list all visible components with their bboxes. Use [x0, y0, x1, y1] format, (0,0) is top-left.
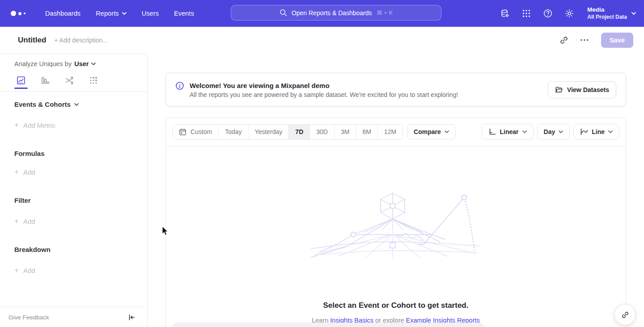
query-builder-sidebar: Analyze Uniques by User [0, 54, 148, 327]
add-formula-label: Add [23, 168, 35, 176]
formulas-title: Formulas [14, 150, 45, 157]
range-7d[interactable]: 7D [289, 125, 310, 139]
add-description-field[interactable]: + Add description... [54, 37, 107, 44]
view-datasets-button[interactable]: View Datasets [548, 81, 616, 98]
events-cohorts-section-header[interactable]: Events & Cohorts [14, 101, 147, 108]
welcome-banner: Welcome! You are viewing a Mixpanel demo… [165, 73, 626, 106]
add-metric-label: Add Metric [23, 122, 55, 129]
events-cohorts-title: Events & Cohorts [14, 101, 71, 108]
add-filter-button[interactable]: + Add [14, 217, 147, 226]
range-12m[interactable]: 12M [378, 125, 402, 139]
nav-dashboards-label: Dashboards [45, 10, 80, 17]
chevron-down-icon [608, 130, 613, 133]
nav-reports[interactable]: Reports [96, 10, 126, 17]
analyze-label: Analyze Uniques by [14, 60, 72, 67]
mixpanel-logo-icon[interactable] [11, 11, 25, 16]
sidebar-footer: Give Feedback [0, 307, 147, 327]
top-nav: Dashboards Reports Users Events Open Rep… [0, 0, 644, 27]
tab-bar-chart[interactable] [38, 75, 52, 89]
chart-type-dropdown[interactable]: Line [573, 124, 619, 140]
filter-section-header: Filter [14, 197, 147, 204]
range-3m[interactable]: 3M [335, 125, 356, 139]
plus-icon: + [14, 121, 19, 130]
granularity-dropdown[interactable]: Day [537, 124, 570, 140]
scale-dropdown[interactable]: Linear [482, 124, 534, 140]
add-breakdown-label: Add [23, 267, 35, 274]
analyze-row: Analyze Uniques by User [0, 54, 147, 73]
chevron-down-icon [631, 12, 636, 15]
empty-state: Select an Event or Cohort to get started… [166, 145, 626, 327]
save-button[interactable]: Save [601, 33, 633, 48]
date-range-segmented-control: Custom Today Yesterday 7D 30D 3M 6M 12M [172, 124, 403, 140]
compare-label: Compare [414, 128, 441, 135]
tab-retention-grid[interactable] [87, 75, 100, 89]
analyze-by-dropdown[interactable]: User [74, 60, 96, 67]
project-scope: All Project Data [587, 14, 627, 21]
add-formula-button[interactable]: + Add [14, 168, 147, 176]
global-search-input[interactable]: Open Reports & Dashboards ⌘ + K [231, 5, 441, 21]
project-name: Media [587, 6, 627, 14]
dots-grid-icon [89, 75, 98, 85]
line-chart-icon [580, 128, 588, 136]
help-icon[interactable] [542, 8, 553, 19]
top-nav-right: Media All Project Data [500, 0, 636, 27]
empty-state-illustration [311, 189, 481, 259]
analyze-value: User [74, 60, 89, 67]
banner-body: All the reports you see are powered by a… [190, 91, 458, 98]
nav-reports-label: Reports [96, 10, 119, 17]
share-link-fab[interactable] [614, 304, 636, 325]
link-icon [621, 311, 629, 319]
settings-gear-icon[interactable] [564, 8, 575, 19]
view-datasets-label: View Datasets [567, 86, 609, 93]
visualization-tabs [0, 73, 147, 92]
bar-chart-icon [40, 75, 50, 85]
nav-events[interactable]: Events [174, 10, 194, 17]
nav-dashboards[interactable]: Dashboards [45, 10, 80, 17]
filter-title: Filter [14, 197, 31, 204]
search-shortcut: ⌘ + K [377, 9, 393, 16]
primary-nav: Dashboards Reports Users Events [45, 10, 194, 17]
chevron-down-icon [74, 103, 79, 106]
empty-state-title: Select an Event or Cohort to get started… [166, 301, 626, 310]
project-selector[interactable]: Media All Project Data [587, 6, 636, 21]
range-custom-label: Custom [191, 128, 212, 135]
folder-icon [555, 86, 563, 94]
line-chart-icon [16, 75, 26, 85]
report-header: Untitled + Add description... ··· Save [0, 27, 644, 54]
mixpanel-insights-page: Dashboards Reports Users Events Open Rep… [0, 0, 644, 327]
tab-insights-chart[interactable] [14, 75, 28, 89]
add-metric-button[interactable]: + Add Metric [14, 121, 147, 130]
chevron-down-icon [91, 63, 96, 65]
nav-users-label: Users [142, 10, 159, 17]
nav-users[interactable]: Users [142, 10, 159, 17]
range-custom[interactable]: Custom [173, 125, 219, 139]
chart-controls: Custom Today Yesterday 7D 30D 3M 6M 12M … [166, 118, 626, 146]
range-6m[interactable]: 6M [356, 125, 377, 139]
range-today[interactable]: Today [219, 125, 248, 139]
range-yesterday[interactable]: Yesterday [249, 125, 289, 139]
tab-flows-chart[interactable] [63, 75, 76, 89]
range-30d[interactable]: 30D [310, 125, 335, 139]
apps-grid-icon[interactable] [521, 8, 532, 19]
report-title[interactable]: Untitled [18, 36, 46, 45]
add-breakdown-button[interactable]: + Add [14, 266, 147, 275]
breakdown-section-header: Breakdown [14, 246, 147, 253]
plus-icon: + [14, 168, 19, 176]
chevron-down-icon [559, 130, 563, 133]
plus-icon: + [14, 217, 19, 226]
report-canvas: Custom Today Yesterday 7D 30D 3M 6M 12M … [165, 117, 626, 327]
search-placeholder: Open Reports & Dashboards [292, 9, 372, 17]
formulas-section-header: Formulas [14, 150, 147, 157]
bottom-panel-edge[interactable] [172, 323, 484, 327]
copy-link-icon[interactable] [559, 36, 568, 45]
give-feedback-link[interactable]: Give Feedback [8, 314, 49, 321]
compare-dropdown[interactable]: Compare [407, 124, 456, 139]
info-icon [175, 81, 184, 90]
search-icon [280, 9, 287, 17]
nav-events-label: Events [174, 10, 194, 17]
add-filter-label: Add [23, 218, 35, 225]
collapse-sidebar-icon[interactable] [128, 314, 136, 321]
data-management-icon[interactable] [500, 8, 510, 19]
more-options-icon[interactable]: ··· [580, 38, 589, 42]
flows-icon [64, 75, 74, 85]
